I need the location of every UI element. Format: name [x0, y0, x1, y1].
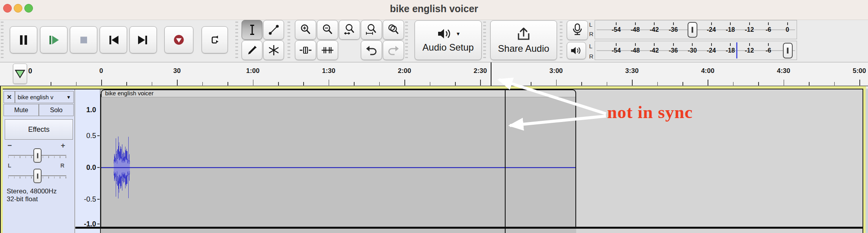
meter-scale-label: -18: [726, 26, 735, 33]
pause-button[interactable]: [10, 26, 37, 53]
timeline-tick: [430, 82, 431, 86]
timeline-label: 3:30: [625, 67, 639, 75]
record-button[interactable]: [164, 26, 193, 53]
meter-scale-tick: [749, 22, 750, 25]
meter-scale-tick: [768, 22, 769, 25]
timeline-label: 2:00: [398, 67, 411, 75]
track-format-line1: Stereo, 48000Hz: [7, 187, 57, 195]
draw-tool-button[interactable]: [242, 40, 262, 60]
multi-tool-button[interactable]: [263, 40, 284, 60]
skip-end-button[interactable]: [129, 26, 157, 53]
toolbar-grip-handle[interactable]: [483, 22, 486, 60]
meter-scale-tick: [749, 43, 750, 46]
vertical-scrollbar[interactable]: [866, 89, 868, 233]
timeline-label: 4:30: [777, 67, 790, 75]
recording-meter[interactable]: -54-48-42-36-30-24-18-12-60: [595, 20, 797, 39]
play-button[interactable]: [40, 26, 67, 53]
effects-button[interactable]: Effects: [5, 119, 73, 140]
toolbar-grip-handle[interactable]: [405, 22, 408, 60]
meter-scale-label: -54: [611, 47, 621, 54]
redo-button[interactable]: [383, 40, 404, 60]
mute-button[interactable]: Mute: [4, 104, 39, 116]
fit-selection-button[interactable]: [339, 20, 360, 40]
meter-scale-label: -18: [726, 47, 735, 54]
clip-left-edge[interactable]: [100, 94, 101, 233]
zoom-toggle-icon: [386, 23, 400, 37]
pan-left-label: L: [8, 162, 11, 169]
playback-meter-button[interactable]: [567, 42, 586, 59]
meter-peak-indicator: [736, 42, 737, 58]
record-meter-button[interactable]: [567, 20, 588, 40]
fit-project-button[interactable]: [361, 20, 382, 40]
track-info: Stereo, 48000Hz 32-bit float: [7, 187, 57, 203]
fit-project-icon: [364, 23, 378, 37]
timeline-tick: [784, 80, 784, 86]
trim-audio-button[interactable]: [295, 40, 316, 60]
timeline-tick: [303, 82, 304, 86]
amplitude-ruler[interactable]: 1.00.50.0-0.5-1.0: [75, 89, 100, 233]
silence-audio-button[interactable]: [317, 40, 338, 60]
timeline-label: 3:00: [550, 67, 563, 75]
timeline-tick: [480, 80, 481, 86]
timeline-label: 30: [173, 67, 181, 75]
solo-button[interactable]: Solo: [39, 104, 74, 116]
timeline-tick: [758, 82, 759, 86]
edit-cursor-line[interactable]: [505, 89, 506, 233]
playback-meter[interactable]: -54-48-42-36-30-24-18-12-60: [595, 41, 797, 60]
clip-right-edge[interactable]: [575, 94, 576, 233]
meter-volume-slider-thumb[interactable]: [783, 43, 793, 58]
playhead-line[interactable]: [491, 62, 491, 86]
track-name-menu[interactable]: bike english v ▼: [15, 91, 74, 103]
fit-selection-icon: [342, 23, 357, 37]
meter-volume-slider-thumb[interactable]: [688, 22, 697, 38]
zoom-in-button[interactable]: [295, 20, 316, 40]
selection-tool-button[interactable]: [242, 20, 262, 40]
pinned-playhead-button[interactable]: [13, 64, 27, 84]
meter-scale-label: -36: [669, 26, 678, 33]
envelope-tool-button[interactable]: [263, 20, 284, 40]
meter-scale-tick: [654, 43, 655, 46]
trim-audio-icon: [298, 43, 313, 57]
recording-meter-left-label: L: [589, 21, 595, 28]
timeline-tick: [632, 80, 633, 86]
zoom-out-button[interactable]: [317, 20, 338, 40]
window-title: bike english voicer: [0, 3, 868, 15]
close-track-button[interactable]: ×: [4, 91, 15, 103]
toolbar-grip-handle[interactable]: [288, 22, 290, 60]
timeline-tick: [682, 82, 683, 86]
timeline-label: 2:30: [473, 67, 487, 75]
pan-right-label: R: [60, 162, 64, 169]
draw-tool-icon: [245, 43, 259, 57]
timeline-tick: [202, 82, 203, 86]
gain-slider-thumb[interactable]: [33, 148, 42, 163]
timeline-tick: [379, 82, 380, 86]
timeline-label: 0: [99, 67, 103, 75]
undo-button[interactable]: [361, 40, 382, 60]
skip-start-button[interactable]: [100, 26, 127, 53]
timeline-tick: [278, 82, 279, 86]
share-audio-button[interactable]: Share Audio: [490, 20, 557, 60]
record-icon: [171, 32, 187, 48]
meter-scale-tick: [654, 22, 655, 25]
gain-minus-label: −: [7, 141, 12, 150]
timeline-ruler[interactable]: 0 0301:001:302:002:303:003:304:004:305:0…: [0, 62, 868, 86]
timeline-tick: [177, 80, 178, 86]
toolbar-grip-handle[interactable]: [560, 22, 562, 60]
toolbar-grip-handle[interactable]: [1, 22, 4, 60]
zoom-toggle-button[interactable]: [383, 20, 404, 40]
timeline-tick: [859, 80, 860, 86]
loop-button[interactable]: [202, 26, 228, 53]
zoom-in-icon: [298, 23, 313, 37]
pan-slider-thumb[interactable]: [33, 169, 42, 183]
meter-scale-label: -6: [766, 26, 771, 33]
redo-icon: [386, 43, 400, 57]
audio-setup-button[interactable]: ▾ Audio Setup: [415, 20, 482, 60]
meter-scale-label: -48: [631, 26, 640, 33]
meter-scale-tick: [692, 43, 693, 46]
microphone-icon: [570, 23, 584, 38]
meter-scale-tick: [673, 43, 674, 46]
toolbar-grip-handle[interactable]: [235, 22, 238, 60]
timeline-tick: [101, 80, 102, 86]
stop-button[interactable]: [70, 26, 97, 53]
solo-label: Solo: [50, 107, 62, 114]
